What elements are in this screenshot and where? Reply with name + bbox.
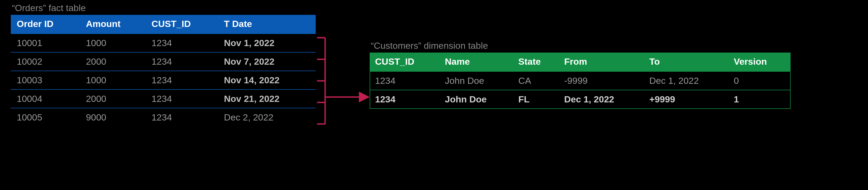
orders-cell-cust-id: 1234 [147, 89, 219, 108]
orders-cell-t-date: Nov 7, 2022 [219, 52, 316, 71]
orders-cell-order-id: 10003 [11, 71, 81, 89]
cust-cell-state: CA [514, 71, 559, 90]
orders-cell-cust-id: 1234 [147, 108, 219, 126]
table-row: 1234John DoeCA-9999Dec 1, 20220 [370, 71, 790, 90]
cust-cell-version: 1 [729, 90, 790, 108]
customers-header-row: CUST_ID Name State From To Version [370, 52, 790, 71]
orders-cell-amount: 2000 [81, 89, 147, 108]
orders-cell-cust-id: 1234 [147, 52, 219, 71]
orders-cell-cust-id: 1234 [147, 33, 219, 52]
cust-cell-name: John Doe [440, 90, 514, 108]
table-row: 1000310001234Nov 14, 2022 [11, 71, 316, 89]
orders-cell-order-id: 10002 [11, 52, 81, 71]
cust-cell-to: +9999 [645, 90, 729, 108]
orders-cell-order-id: 10004 [11, 89, 81, 108]
cust-cell-to: Dec 1, 2022 [645, 71, 729, 90]
customers-dimension-table: CUST_ID Name State From To Version 1234J… [370, 52, 790, 109]
table-row: 1000420001234Nov 21, 2022 [11, 89, 316, 108]
cust-col-from: From [559, 52, 645, 71]
cust-col-version: Version [729, 52, 790, 71]
orders-caption: “Orders” fact table [12, 3, 316, 13]
relationship-arrow-icon [316, 30, 372, 175]
customers-caption: “Customers” dimension table [371, 40, 790, 51]
orders-cell-t-date: Nov 1, 2022 [219, 33, 316, 52]
cust-cell-cust-id: 1234 [370, 71, 440, 90]
orders-cell-t-date: Nov 14, 2022 [219, 71, 316, 89]
table-row: 1000220001234Nov 7, 2022 [11, 52, 316, 71]
orders-cell-t-date: Nov 21, 2022 [219, 89, 316, 108]
cust-cell-state: FL [514, 90, 559, 108]
cust-cell-name: John Doe [440, 71, 514, 90]
cust-col-cust-id: CUST_ID [370, 52, 440, 71]
cust-cell-from: Dec 1, 2022 [559, 90, 645, 108]
orders-cell-amount: 1000 [81, 71, 147, 89]
orders-cell-t-date: Dec 2, 2022 [219, 108, 316, 126]
cust-cell-from: -9999 [559, 71, 645, 90]
orders-col-order-id: Order ID [11, 15, 81, 33]
orders-col-t-date: T Date [219, 15, 316, 33]
orders-fact-table-wrap: “Orders” fact table Order ID Amount CUST… [11, 3, 316, 126]
orders-cell-amount: 9000 [81, 108, 147, 126]
orders-col-amount: Amount [81, 15, 147, 33]
cust-col-name: Name [440, 52, 514, 71]
table-row: 1000110001234Nov 1, 2022 [11, 33, 316, 52]
orders-header-row: Order ID Amount CUST_ID T Date [11, 15, 316, 33]
cust-col-state: State [514, 52, 559, 71]
cust-cell-cust-id: 1234 [370, 90, 440, 108]
customers-dimension-table-wrap: “Customers” dimension table CUST_ID Name… [370, 40, 790, 109]
orders-cell-amount: 1000 [81, 33, 147, 52]
table-row: 1000590001234Dec 2, 2022 [11, 108, 316, 126]
orders-cell-amount: 2000 [81, 52, 147, 71]
table-row: 1234John DoeFLDec 1, 2022+99991 [370, 90, 790, 108]
cust-cell-version: 0 [729, 71, 790, 90]
orders-col-cust-id: CUST_ID [147, 15, 219, 33]
orders-fact-table: Order ID Amount CUST_ID T Date 100011000… [11, 15, 316, 126]
orders-cell-order-id: 10001 [11, 33, 81, 52]
orders-cell-cust-id: 1234 [147, 71, 219, 89]
cust-col-to: To [645, 52, 729, 71]
orders-cell-order-id: 10005 [11, 108, 81, 126]
